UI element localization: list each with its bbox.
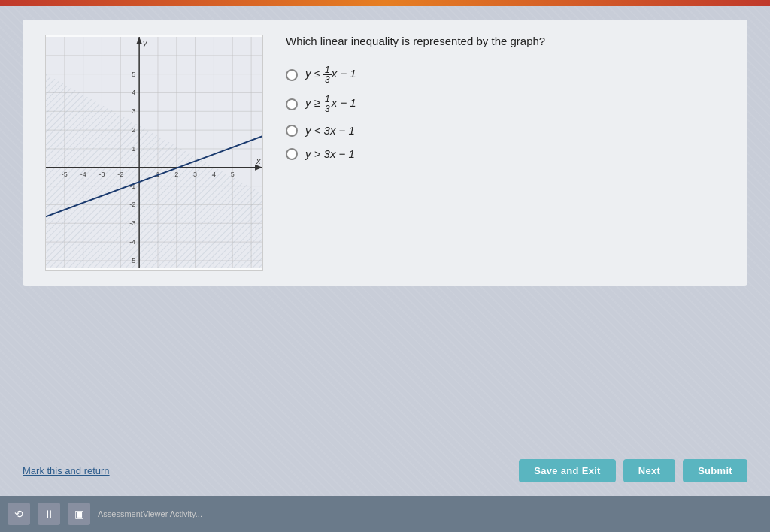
svg-text:5: 5: [132, 71, 135, 78]
svg-text:-3: -3: [99, 171, 105, 178]
svg-text:3: 3: [193, 171, 197, 178]
svg-text:2: 2: [174, 171, 178, 178]
answer-label-1: y ≤ 13x − 1: [305, 65, 356, 84]
question-text-area: Which linear inequality is represented b…: [286, 35, 725, 271]
graph-area: x y -5 -4 -3 -2 1 2 3 4 5: [45, 35, 263, 271]
svg-text:-2: -2: [117, 171, 123, 178]
svg-text:4: 4: [212, 171, 216, 178]
top-bar: [0, 0, 770, 6]
taskbar-window-icon[interactable]: ▣: [68, 503, 90, 525]
next-button[interactable]: Next: [623, 459, 675, 482]
svg-text:-4: -4: [129, 238, 135, 246]
svg-text:x: x: [256, 156, 261, 165]
taskbar: ⟲ ⏸ ▣ AssessmentViewer Activity...: [0, 496, 770, 532]
radio-1[interactable]: [286, 69, 298, 81]
radio-2[interactable]: [286, 98, 298, 110]
main-content: x y -5 -4 -3 -2 1 2 3 4 5: [0, 6, 770, 496]
svg-text:-5: -5: [62, 171, 68, 178]
answer-option-1[interactable]: y ≤ 13x − 1: [286, 65, 725, 84]
svg-text:-4: -4: [80, 171, 86, 178]
answer-option-2[interactable]: y ≥ 13x − 1: [286, 95, 725, 113]
question-card: x y -5 -4 -3 -2 1 2 3 4 5: [23, 20, 747, 286]
answer-label-3: y < 3x − 1: [305, 124, 355, 137]
taskbar-pause-icon[interactable]: ⏸: [38, 503, 60, 525]
radio-3[interactable]: [286, 125, 298, 137]
save-exit-button[interactable]: Save and Exit: [519, 459, 615, 482]
svg-text:-5: -5: [129, 257, 135, 264]
svg-text:-3: -3: [129, 219, 135, 227]
answer-option-3[interactable]: y < 3x − 1: [286, 124, 725, 137]
submit-button[interactable]: Submit: [683, 459, 747, 482]
taskbar-label: AssessmentViewer Activity...: [98, 509, 202, 518]
radio-4[interactable]: [286, 148, 298, 160]
question-title: Which linear inequality is represented b…: [286, 35, 725, 47]
taskbar-arrow-icon[interactable]: ⟲: [8, 503, 30, 525]
answer-label-2: y ≥ 13x − 1: [305, 95, 356, 113]
svg-text:3: 3: [132, 107, 135, 115]
svg-text:4: 4: [132, 89, 135, 96]
svg-text:5: 5: [231, 171, 235, 178]
answer-option-4[interactable]: y > 3x − 1: [286, 147, 725, 160]
action-row: Mark this and return Save and Exit Next …: [0, 446, 770, 496]
svg-text:y: y: [142, 38, 147, 47]
answer-label-4: y > 3x − 1: [305, 147, 355, 160]
background-area: [0, 286, 770, 446]
mark-return-link[interactable]: Mark this and return: [23, 465, 110, 476]
svg-text:1: 1: [132, 145, 135, 153]
svg-text:-2: -2: [129, 201, 135, 208]
action-buttons: Save and Exit Next Submit: [519, 459, 747, 482]
answer-options: y ≤ 13x − 1 y ≥ 13x − 1 y < 3x − 1: [286, 65, 725, 160]
svg-text:2: 2: [132, 126, 135, 134]
